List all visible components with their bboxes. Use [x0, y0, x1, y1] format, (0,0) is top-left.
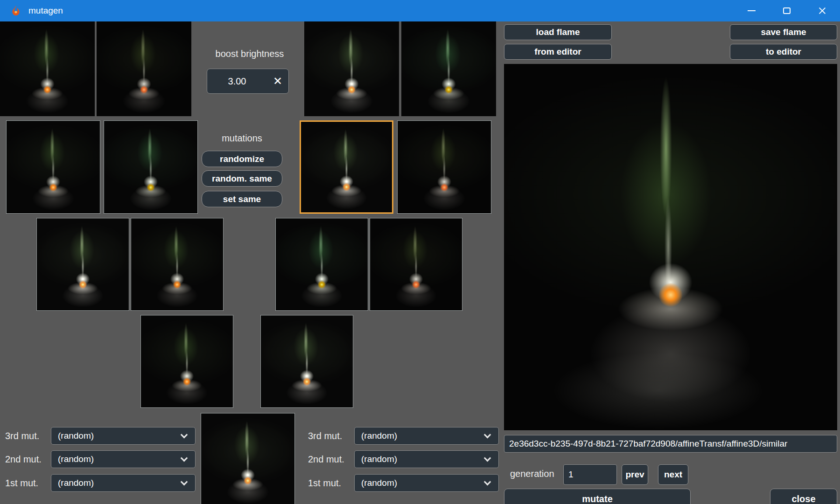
fractal-image [97, 21, 191, 116]
flame-thumbnail[interactable] [201, 413, 295, 504]
fractal-preview-image [504, 64, 837, 430]
fractal-image [398, 121, 491, 213]
flame-thumbnail[interactable] [401, 21, 496, 116]
first-mutation-label-right: 1st mut. [308, 474, 341, 492]
titlebar: mutagen [0, 0, 840, 21]
selected-option: (random) [51, 431, 94, 441]
selected-option: (random) [355, 478, 397, 488]
second-mutation-label-left: 2nd mut. [5, 450, 42, 468]
flame-thumbnail[interactable] [104, 120, 198, 214]
chevron-down-icon [484, 454, 491, 462]
generation-input[interactable] [563, 464, 617, 485]
window-title: mutagen [28, 6, 63, 16]
to-editor-button[interactable]: to editor [730, 44, 837, 60]
flame-path-field[interactable]: 2e36d3cc-b235-497d-8b21-727baf72d908/aff… [504, 435, 837, 453]
flame-thumbnail[interactable] [370, 218, 462, 311]
close-button[interactable]: close [770, 489, 837, 504]
fractal-image [261, 315, 353, 407]
fractal-image [104, 121, 197, 213]
second-mutation-select-right[interactable]: (random) [354, 450, 499, 468]
chevron-down-icon [181, 454, 188, 462]
maximize-icon [783, 7, 791, 14]
chevron-down-icon [484, 431, 491, 438]
fractal-image [201, 413, 294, 504]
selected-option: (random) [51, 478, 94, 488]
selected-option: (random) [355, 431, 397, 441]
third-mutation-label-left: 3rd mut. [5, 427, 39, 445]
flame-thumbnail[interactable] [304, 21, 399, 116]
third-mutation-select-left[interactable]: (random) [51, 427, 196, 445]
flame-thumbnail-selected[interactable] [300, 120, 393, 214]
boost-brightness-field[interactable]: 3.00 ✕ [207, 69, 289, 94]
third-mutation-select-right[interactable]: (random) [354, 427, 499, 445]
minimize-button[interactable] [734, 0, 769, 21]
selected-option: (random) [355, 454, 397, 464]
random-same-button[interactable]: random. same [202, 170, 282, 187]
boost-brightness-label: boost brightness [196, 49, 303, 59]
mutations-label: mutations [202, 133, 282, 144]
flame-thumbnail[interactable] [140, 315, 233, 408]
chevron-down-icon [181, 478, 188, 485]
flame-thumbnail[interactable] [97, 21, 191, 116]
second-mutation-select-left[interactable]: (random) [51, 450, 196, 468]
save-flame-button[interactable]: save flame [730, 24, 837, 40]
fractal-image [37, 218, 129, 310]
window-controls [734, 0, 840, 21]
fractal-image [370, 218, 462, 310]
fractal-image [276, 218, 368, 310]
next-button[interactable]: next [658, 464, 688, 485]
close-icon [818, 6, 827, 15]
flame-thumbnail[interactable] [260, 315, 353, 408]
close-window-button[interactable] [805, 0, 840, 21]
fractal-image [401, 21, 496, 116]
clear-icon[interactable]: ✕ [267, 69, 288, 93]
fractal-image [131, 218, 223, 310]
second-mutation-label-right: 2nd mut. [308, 450, 344, 468]
mutate-button[interactable]: mutate [504, 489, 691, 504]
flame-thumbnail[interactable] [0, 21, 95, 116]
first-mutation-label-left: 1st mut. [5, 474, 38, 492]
minimize-icon [748, 10, 756, 11]
fractal-image [141, 315, 233, 407]
flame-thumbnail[interactable] [131, 218, 224, 311]
first-mutation-select-left[interactable]: (random) [51, 474, 196, 492]
flame-preview[interactable] [504, 64, 837, 430]
randomize-button[interactable]: randomize [202, 151, 282, 167]
from-editor-button[interactable]: from editor [504, 44, 612, 60]
mutagen-window: mutagen boost brightness 3.00 ✕ mutation… [0, 0, 840, 504]
third-mutation-label-right: 3rd mut. [308, 427, 342, 445]
fractal-image [304, 21, 399, 116]
first-mutation-select-right[interactable]: (random) [354, 474, 499, 492]
flame-thumbnail[interactable] [36, 218, 129, 311]
fractal-image [0, 21, 95, 116]
flame-app-icon [10, 5, 21, 16]
selected-option: (random) [51, 454, 94, 464]
flame-thumbnail[interactable] [397, 120, 491, 214]
chevron-down-icon [181, 431, 188, 438]
set-same-button[interactable]: set same [202, 191, 282, 207]
load-flame-button[interactable]: load flame [504, 24, 612, 40]
maximize-button[interactable] [769, 0, 805, 21]
flame-thumbnail[interactable] [6, 120, 100, 214]
boost-brightness-value[interactable]: 3.00 [207, 76, 267, 87]
flame-thumbnail[interactable] [275, 218, 368, 311]
generation-label: generation [510, 469, 554, 479]
chevron-down-icon [484, 478, 491, 485]
fractal-image [7, 121, 100, 213]
prev-button[interactable]: prev [622, 464, 648, 485]
fractal-image [301, 122, 392, 212]
